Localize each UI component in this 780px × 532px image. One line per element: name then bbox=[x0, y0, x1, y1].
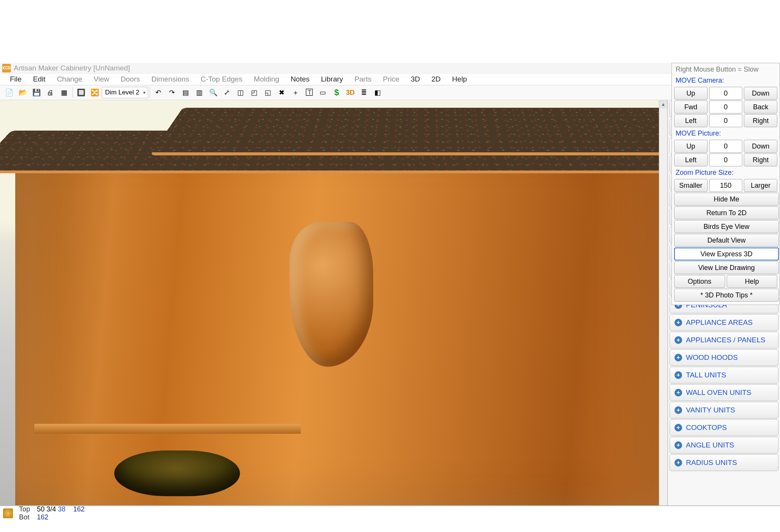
color-icon[interactable]: ◧ bbox=[371, 86, 385, 99]
bars-icon[interactable]: ≣ bbox=[357, 86, 371, 99]
camera-row-1: Fwd0Back bbox=[674, 101, 777, 113]
shape1-icon[interactable]: ◫ bbox=[234, 86, 248, 99]
status-top-a: 50 3/4 bbox=[37, 505, 56, 513]
dollar-icon[interactable]: $ bbox=[330, 86, 344, 99]
zoom-row: Smaller 150 Larger bbox=[674, 179, 777, 192]
new-file-icon[interactable]: 📄 bbox=[2, 86, 16, 99]
status-top-label: Top bbox=[19, 505, 35, 513]
camera-control-panel[interactable]: Right Mouse Button = Slow MOVE Camera: U… bbox=[671, 63, 780, 305]
menu-3d[interactable]: 3D bbox=[406, 73, 425, 85]
browser-chrome-blank bbox=[0, 0, 780, 63]
menu-view[interactable]: View bbox=[88, 73, 115, 85]
picture-right-button[interactable]: Right bbox=[744, 153, 777, 166]
zoom-in-icon[interactable]: 🔍 bbox=[206, 86, 220, 99]
action-return-to-2d[interactable]: Return To 2D bbox=[674, 206, 779, 219]
category-appliance-areas[interactable]: +APPLIANCE AREAS bbox=[670, 314, 778, 331]
options-help-row: Options Help bbox=[674, 275, 777, 288]
menu-doors[interactable]: Doors bbox=[115, 73, 145, 85]
camera-fwd-button[interactable]: Fwd bbox=[674, 101, 708, 113]
dim-level-select[interactable]: Dim Level 2 bbox=[102, 87, 148, 98]
menu-help[interactable]: Help bbox=[447, 73, 472, 85]
zoom-larger-button[interactable]: Larger bbox=[744, 179, 777, 192]
app-icon: KCD bbox=[2, 64, 11, 72]
menu-dimensions[interactable]: Dimensions bbox=[146, 73, 194, 85]
picture-value-1[interactable]: 0 bbox=[709, 153, 743, 166]
tiles-icon[interactable]: 🔲 bbox=[74, 86, 88, 99]
category-radius-units[interactable]: +RADIUS UNITS bbox=[670, 454, 778, 471]
table-icon[interactable]: ▤ bbox=[179, 86, 193, 99]
menu-file[interactable]: File bbox=[5, 73, 27, 85]
save-icon[interactable]: 💾 bbox=[30, 86, 43, 99]
camera-down-button[interactable]: Down bbox=[744, 87, 777, 100]
menu-parts[interactable]: Parts bbox=[349, 73, 377, 85]
shape3-icon[interactable]: ◱ bbox=[261, 86, 275, 99]
camera-left-button[interactable]: Left bbox=[674, 114, 708, 127]
camera-value-1[interactable]: 0 bbox=[709, 101, 743, 113]
camera-value-2[interactable]: 0 bbox=[709, 114, 743, 127]
category-vanity-units[interactable]: +VANITY UNITS bbox=[670, 402, 778, 419]
zoom-value[interactable]: 150 bbox=[709, 179, 743, 192]
action-view-line-drawing[interactable]: View Line Drawing bbox=[674, 261, 779, 274]
toolbar: 📄📂💾🖨▦🔲🔀Dim Level 2↶↷▤▥🔍⤢◫◰◱✖＋🅃▭$3D≣◧ bbox=[0, 85, 780, 100]
camera-back-button[interactable]: Back bbox=[744, 101, 777, 113]
undo-icon[interactable]: ↶ bbox=[152, 86, 165, 99]
scroll-up-icon[interactable]: ▲ bbox=[659, 100, 667, 109]
open-file-icon[interactable]: 📂 bbox=[16, 86, 30, 99]
category-tall-units[interactable]: +TALL UNITS bbox=[670, 367, 778, 383]
menu-change[interactable]: Change bbox=[51, 73, 88, 85]
threeD-icon[interactable]: 3D bbox=[344, 86, 357, 99]
category-wall-oven-units[interactable]: +WALL OVEN UNITS bbox=[670, 384, 778, 401]
category-label: APPLIANCE AREAS bbox=[686, 318, 753, 327]
viewport-scrollbar[interactable]: ▲ bbox=[659, 100, 667, 505]
menu-library[interactable]: Library bbox=[316, 73, 348, 85]
camera-right-button[interactable]: Right bbox=[744, 114, 777, 127]
status-bar: Top 50 3/4 38 162 Bot 162 bbox=[0, 505, 780, 521]
category-angle-units[interactable]: +ANGLE UNITS bbox=[670, 437, 778, 454]
menu-notes[interactable]: Notes bbox=[285, 73, 315, 85]
picture-left-button[interactable]: Left bbox=[674, 153, 708, 166]
menu-price[interactable]: Price bbox=[377, 73, 404, 85]
category-label: VANITY UNITS bbox=[686, 406, 735, 414]
action-default-view[interactable]: Default View bbox=[674, 234, 779, 247]
category-appliances-panels[interactable]: +APPLIANCES / PANELS bbox=[670, 332, 778, 348]
category-label: WALL OVEN UNITS bbox=[686, 388, 751, 397]
camera-up-button[interactable]: Up bbox=[674, 87, 708, 100]
picture-down-button[interactable]: Down bbox=[744, 140, 777, 153]
wand-icon[interactable]: ✖ bbox=[275, 86, 289, 99]
action-view-express-3d[interactable]: View Express 3D bbox=[674, 248, 779, 260]
camera-value-0[interactable]: 0 bbox=[709, 87, 743, 100]
swap-icon[interactable]: 🔀 bbox=[88, 86, 102, 99]
status-top-b: 38 bbox=[58, 505, 66, 513]
menu-c-top-edges[interactable]: C-Top Edges bbox=[195, 73, 248, 85]
toolbar-separator bbox=[72, 87, 73, 98]
3d-photo-tips-button[interactable]: * 3D Photo Tips * bbox=[674, 289, 779, 302]
expand-icon: + bbox=[675, 371, 682, 379]
picture-value-0[interactable]: 0 bbox=[709, 140, 743, 153]
category-label: WOOD HOODS bbox=[686, 353, 738, 362]
picture-row-0: Up0Down bbox=[674, 140, 777, 153]
category-cooktops[interactable]: +COOKTOPS bbox=[670, 419, 778, 436]
grid-icon[interactable]: ▦ bbox=[57, 86, 71, 99]
redo-icon[interactable]: ↷ bbox=[165, 86, 179, 99]
menu-edit[interactable]: Edit bbox=[28, 73, 51, 85]
3d-viewport[interactable]: ▲ bbox=[0, 100, 668, 505]
menu-2d[interactable]: 2D bbox=[426, 73, 446, 85]
table-add-icon[interactable]: ▥ bbox=[193, 86, 206, 99]
shape2-icon[interactable]: ◰ bbox=[248, 86, 261, 99]
text-box-icon[interactable]: 🅃 bbox=[302, 86, 316, 99]
main-area: ▲ Add Wall Frameless WallHalfWindowDoor … bbox=[0, 100, 780, 505]
zoom-fit-icon[interactable]: ⤢ bbox=[220, 86, 234, 99]
toolbar-separator bbox=[150, 87, 150, 98]
help-button[interactable]: Help bbox=[727, 275, 778, 288]
category-wood-hoods[interactable]: +WOOD HOODS bbox=[670, 349, 778, 366]
menu-molding[interactable]: Molding bbox=[249, 73, 285, 85]
status-icon bbox=[3, 508, 13, 518]
options-button[interactable]: Options bbox=[674, 275, 725, 288]
rectangle-icon[interactable]: ▭ bbox=[316, 86, 330, 99]
zoom-smaller-button[interactable]: Smaller bbox=[674, 179, 708, 192]
cross-icon[interactable]: ＋ bbox=[289, 86, 302, 99]
action-hide-me[interactable]: Hide Me bbox=[674, 193, 779, 206]
print-icon[interactable]: 🖨 bbox=[43, 86, 57, 99]
action-birds-eye-view[interactable]: Birds Eye View bbox=[674, 220, 779, 233]
picture-up-button[interactable]: Up bbox=[674, 140, 708, 153]
